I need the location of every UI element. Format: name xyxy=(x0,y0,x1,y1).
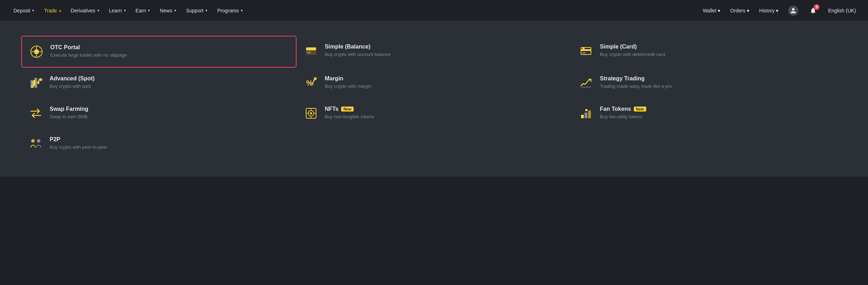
nav-item-orders[interactable]: Orders ▾ xyxy=(727,0,753,21)
menu-item-simple-card[interactable]: Simple (Card) Buy crypto with debit/cred… xyxy=(571,36,847,68)
simple-balance-desc: Buy crypto with account balance xyxy=(325,51,391,58)
nfts-title: NFTs New xyxy=(325,106,374,112)
chevron-down-icon: ▾ xyxy=(241,8,243,12)
svg-point-32 xyxy=(310,112,312,114)
bell-icon: 5 xyxy=(808,6,818,16)
nav-item-deposit[interactable]: Deposit ▾ xyxy=(9,0,39,21)
nav-item-earn[interactable]: Earn ▾ xyxy=(131,0,155,21)
nav-item-trade[interactable]: Trade ▴ xyxy=(39,0,66,21)
nfts-desc: Buy non-fungible tokens xyxy=(325,114,374,120)
strategy-trading-desc: Trading made easy, trade like a pro xyxy=(600,83,672,90)
nav-item-history[interactable]: History ▾ xyxy=(756,0,782,21)
nav-label-earn: Earn xyxy=(136,8,146,13)
fan-tokens-desc: Buy fan-utility tokens xyxy=(600,114,646,120)
swap-farming-icon xyxy=(28,106,43,121)
p2p-title: P2P xyxy=(50,136,107,143)
nav-label-wallet: Wallet xyxy=(703,8,716,13)
nav-label-deposit: Deposit xyxy=(13,8,30,13)
chevron-down-icon: ▾ xyxy=(97,8,99,12)
otc-portal-title: OTC Portal xyxy=(50,44,127,51)
nav-item-account[interactable] xyxy=(785,0,802,21)
svg-rect-19 xyxy=(30,80,33,86)
strategy-trading-title: Strategy Trading xyxy=(600,75,672,82)
menu-item-swap-farming[interactable]: Swap Farming Swap to earn BNB xyxy=(21,98,297,129)
menu-item-strategy-trading[interactable]: Strategy Trading Trading made easy, trad… xyxy=(571,68,847,98)
chevron-down-icon: ▾ xyxy=(32,8,34,12)
strategy-trading-text: Strategy Trading Trading made easy, trad… xyxy=(600,75,672,90)
svg-rect-38 xyxy=(585,113,587,118)
chevron-up-icon: ▴ xyxy=(59,8,61,12)
nav-item-derivatives[interactable]: Derivatives ▾ xyxy=(66,0,104,21)
svg-rect-37 xyxy=(581,115,584,118)
strategy-trading-icon xyxy=(579,75,593,90)
trade-dropdown-panel: OTC Portal Execute large trades with no … xyxy=(0,21,868,177)
svg-rect-20 xyxy=(33,80,35,86)
fan-tokens-text: Fan Tokens New Buy fan-utility tokens xyxy=(600,106,646,120)
margin-desc: Buy crypto with margin xyxy=(325,83,372,90)
nav-label-history: History xyxy=(759,8,775,13)
svg-rect-11 xyxy=(582,52,586,53)
nav-item-news[interactable]: News ▾ xyxy=(155,0,181,21)
notification-badge: 5 xyxy=(814,4,819,10)
nav-label-derivatives: Derivatives xyxy=(71,8,95,13)
chevron-down-icon: ▾ xyxy=(124,8,126,12)
fan-tokens-badge: New xyxy=(634,107,646,112)
nav-label-programs: Programs xyxy=(217,8,239,13)
nav-item-programs[interactable]: Programs ▾ xyxy=(212,0,248,21)
p2p-text: P2P Buy crypto with peer-to-peer xyxy=(50,136,107,150)
svg-rect-7 xyxy=(306,47,316,50)
nav-label-trade: Trade xyxy=(44,8,57,13)
nav-right: Wallet ▾ Orders ▾ History ▾ 5 English (U… xyxy=(699,0,859,21)
p2p-icon xyxy=(28,136,43,151)
menu-item-fan-tokens[interactable]: Fan Tokens New Buy fan-utility tokens xyxy=(571,98,847,129)
nav-label-support: Support xyxy=(186,8,203,13)
chevron-down-icon: ▾ xyxy=(205,8,207,12)
fan-tokens-title: Fan Tokens New xyxy=(600,106,646,112)
margin-title: Margin xyxy=(325,75,372,82)
chevron-down-icon: ▾ xyxy=(747,8,749,13)
swap-farming-text: Swap Farming Swap to earn BNB xyxy=(50,106,88,120)
simple-card-icon xyxy=(579,44,593,58)
menu-item-otc-portal[interactable]: OTC Portal Execute large trades with no … xyxy=(21,36,297,68)
svg-rect-39 xyxy=(588,110,591,118)
navbar: Deposit ▾ Trade ▴ Derivatives ▾ Learn ▾ … xyxy=(0,0,868,21)
svg-rect-10 xyxy=(581,49,591,51)
nav-item-notifications[interactable]: 5 xyxy=(805,0,822,21)
menu-item-margin[interactable]: % Margin Buy crypto with margin xyxy=(297,68,572,98)
nav-item-wallet[interactable]: Wallet ▾ xyxy=(699,0,724,21)
nav-left: Deposit ▾ Trade ▴ Derivatives ▾ Learn ▾ … xyxy=(9,0,699,21)
nav-item-learn[interactable]: Learn ▾ xyxy=(104,0,131,21)
simple-card-title: Simple (Card) xyxy=(600,44,665,50)
menu-item-nfts[interactable]: NFTs New Buy non-fungible tokens xyxy=(297,98,572,129)
nav-item-language[interactable]: English (UK) xyxy=(824,0,859,21)
simple-balance-text: Simple (Balance) Buy crypto with account… xyxy=(325,44,391,58)
menu-item-p2p[interactable]: P2P Buy crypto with peer-to-peer xyxy=(21,129,297,159)
chevron-down-icon: ▾ xyxy=(776,8,778,13)
chevron-down-icon: ▾ xyxy=(718,8,720,13)
chevron-down-icon: ▾ xyxy=(148,8,150,12)
simple-card-text: Simple (Card) Buy crypto with debit/cred… xyxy=(600,44,665,58)
nfts-text: NFTs New Buy non-fungible tokens xyxy=(325,106,374,120)
svg-rect-8 xyxy=(308,52,310,53)
otc-portal-desc: Execute large trades with no slippage xyxy=(50,52,127,58)
advanced-spot-icon xyxy=(28,75,43,90)
nav-item-support[interactable]: Support ▾ xyxy=(181,0,212,21)
svg-point-42 xyxy=(37,139,40,143)
svg-point-1 xyxy=(34,49,39,54)
margin-text: Margin Buy crypto with margin xyxy=(325,75,372,90)
fan-tokens-icon xyxy=(579,106,593,121)
otc-portal-text: OTC Portal Execute large trades with no … xyxy=(50,44,127,58)
swap-farming-desc: Swap to earn BNB xyxy=(50,114,88,120)
otc-portal-icon xyxy=(29,44,44,59)
simple-card-desc: Buy crypto with debit/credit card xyxy=(600,51,665,58)
nav-label-news: News xyxy=(160,8,172,13)
advanced-spot-desc: Buy crypto with spot xyxy=(50,83,95,90)
nfts-badge: New xyxy=(341,107,354,112)
menu-item-advanced-spot[interactable]: Advanced (Spot) Buy crypto with spot xyxy=(21,68,297,98)
advanced-spot-text: Advanced (Spot) Buy crypto with spot xyxy=(50,75,95,90)
swap-farming-title: Swap Farming xyxy=(50,106,88,112)
language-label: English (UK) xyxy=(828,8,856,13)
svg-rect-12 xyxy=(582,48,585,49)
menu-item-simple-balance[interactable]: Simple (Balance) Buy crypto with account… xyxy=(297,36,572,68)
chevron-down-icon: ▾ xyxy=(174,8,176,12)
